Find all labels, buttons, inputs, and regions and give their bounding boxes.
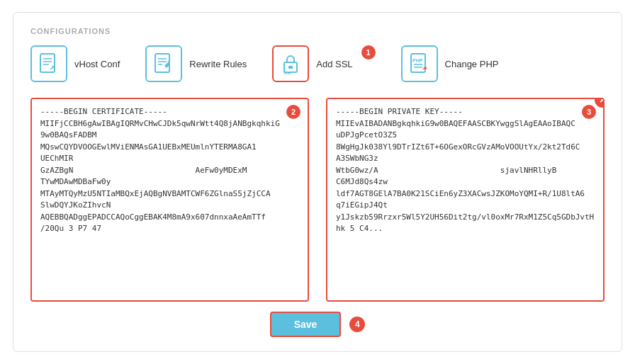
panel-divider (316, 98, 319, 302)
main-container: CONFIGURATIONS vHost Conf (13, 12, 622, 352)
svg-rect-0 (40, 54, 55, 72)
ssl-icon: SSL (279, 52, 302, 75)
vhost-icon-box (30, 45, 67, 82)
footer-row: Save 4 (30, 312, 605, 337)
svg-text:PHP: PHP (412, 58, 423, 63)
vhost-label: vHost Conf (74, 59, 120, 69)
config-item-ssl[interactable]: SSL Add SSL 1 (272, 45, 375, 82)
certificate-badge: 2 (286, 105, 300, 119)
private-key-textarea[interactable]: -----BEGIN PRIVATE KEY----- MIIEvAIBADAN… (327, 99, 603, 300)
ssl-icon-box: SSL (272, 45, 309, 82)
private-key-panel: × 3 -----BEGIN PRIVATE KEY----- MIIEvAIB… (326, 98, 605, 302)
private-key-badge: 3 (582, 105, 596, 119)
ssl-label: Add SSL (316, 59, 352, 69)
content-row: 2 -----BEGIN CERTIFICATE----- MIIFjCCBH6… (30, 98, 605, 302)
svg-rect-11 (288, 66, 293, 69)
vhost-icon (38, 52, 60, 75)
svg-rect-13 (411, 54, 425, 72)
php-label: Change PHP (445, 59, 499, 69)
certificate-panel: 2 -----BEGIN CERTIFICATE----- MIIFjCCBH6… (30, 98, 309, 302)
ssl-badge: 1 (361, 45, 376, 59)
rewrite-label: Rewrite Rules (189, 59, 247, 69)
certificate-textarea[interactable]: -----BEGIN CERTIFICATE----- MIIFjCCBH6gA… (32, 99, 308, 300)
config-icons-row: vHost Conf Rewrite Rules (30, 45, 605, 82)
section-label: CONFIGURATIONS (30, 27, 605, 35)
footer-badge: 4 (349, 317, 365, 332)
config-item-rewrite[interactable]: Rewrite Rules (145, 45, 247, 82)
svg-text:SSL: SSL (283, 71, 292, 75)
config-item-php[interactable]: PHP Change PHP (401, 45, 499, 82)
rewrite-icon (152, 52, 175, 75)
config-item-vhost[interactable]: vHost Conf (30, 45, 120, 82)
save-button[interactable]: Save (270, 312, 342, 337)
php-icon: PHP (408, 52, 431, 75)
php-icon-box: PHP (401, 45, 438, 82)
rewrite-icon-box (145, 45, 182, 82)
